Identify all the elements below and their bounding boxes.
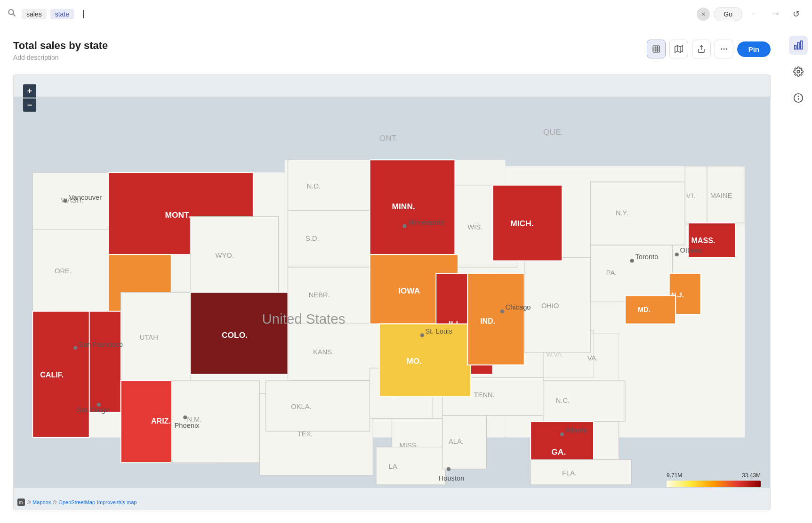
svg-rect-90: [590, 182, 685, 245]
svg-text:NEBR.: NEBR.: [309, 291, 330, 299]
svg-text:San Francisco: San Francisco: [79, 341, 123, 348]
svg-text:GA.: GA.: [551, 447, 566, 457]
svg-text:IND.: IND.: [480, 317, 495, 325]
svg-text:San Diego: San Diego: [77, 406, 109, 414]
tag-sales[interactable]: sales: [22, 9, 47, 19]
more-button[interactable]: [715, 40, 733, 58]
chart-icon[interactable]: [789, 36, 808, 55]
svg-text:WYO.: WYO.: [216, 252, 234, 259]
svg-text:IOWA: IOWA: [398, 286, 420, 295]
svg-text:OKLA.: OKLA.: [291, 403, 311, 410]
svg-text:MO.: MO.: [406, 356, 422, 366]
search-icon: [8, 8, 16, 19]
svg-text:MASS.: MASS.: [691, 236, 716, 245]
svg-point-136: [797, 70, 800, 73]
svg-rect-82: [467, 273, 524, 365]
legend-max: 33.43M: [742, 472, 761, 479]
svg-rect-44: [288, 210, 370, 267]
svg-text:N.C.: N.C.: [556, 397, 570, 404]
main-layout: Total sales by state Add description: [0, 28, 812, 523]
svg-text:VT.: VT.: [686, 192, 695, 199]
map-container[interactable]: + − WASH. ORE.: [13, 74, 771, 510]
refresh-button[interactable]: ↺: [788, 6, 804, 23]
forward-button[interactable]: →: [767, 6, 784, 23]
legend-bar: [667, 481, 761, 487]
svg-point-116: [73, 346, 77, 350]
svg-text:PA.: PA.: [606, 269, 617, 277]
svg-point-128: [560, 433, 564, 436]
us-map-svg: WASH. ORE. MONT. IDAHO NEV. CALIF. UTA: [14, 75, 770, 510]
svg-rect-135: [800, 41, 802, 49]
svg-point-120: [183, 416, 187, 419]
svg-point-0: [8, 9, 14, 15]
svg-text:MICH.: MICH.: [510, 219, 533, 228]
osm-link[interactable]: OpenStreetMap: [58, 499, 95, 505]
top-bar: sales state × Go ← → ↺: [0, 0, 812, 28]
svg-point-112: [500, 310, 504, 313]
svg-rect-42: [288, 160, 370, 210]
svg-point-114: [420, 334, 424, 337]
svg-text:ARIZ.: ARIZ.: [151, 417, 171, 425]
go-button[interactable]: Go: [714, 7, 742, 21]
svg-text:QUE.: QUE.: [543, 127, 563, 137]
svg-rect-134: [797, 43, 799, 49]
svg-text:MAINE: MAINE: [710, 192, 732, 199]
svg-rect-50: [266, 381, 370, 431]
page-description[interactable]: Add description: [13, 54, 108, 61]
svg-point-110: [402, 224, 406, 228]
pin-button[interactable]: Pin: [737, 41, 771, 57]
svg-rect-133: [794, 45, 796, 49]
svg-text:Vancouver: Vancouver: [69, 194, 102, 201]
toolbar: Pin: [647, 40, 771, 58]
svg-marker-7: [675, 46, 683, 53]
svg-text:Chicago: Chicago: [506, 303, 531, 311]
svg-text:ONT.: ONT.: [379, 133, 398, 143]
back-button[interactable]: ←: [746, 6, 763, 23]
table-view-button[interactable]: [647, 40, 666, 58]
svg-text:MINN.: MINN.: [392, 202, 415, 211]
svg-text:Atlanta: Atlanta: [565, 426, 587, 434]
svg-text:VA.: VA.: [587, 354, 598, 362]
svg-text:WIS.: WIS.: [467, 223, 482, 231]
improve-link[interactable]: Improve this map: [97, 499, 137, 505]
svg-text:Ottawa: Ottawa: [680, 246, 702, 254]
svg-text:ALA.: ALA.: [449, 438, 464, 445]
svg-point-122: [630, 259, 634, 263]
map-legend: 9.71M 33.43M: [667, 472, 761, 487]
svg-text:St. Louis: St. Louis: [425, 327, 452, 335]
svg-text:ORE.: ORE.: [55, 267, 72, 275]
svg-rect-2: [653, 46, 659, 52]
info-icon[interactable]: [789, 89, 808, 107]
map-view-button[interactable]: [669, 40, 688, 58]
svg-text:CALIF.: CALIF.: [40, 370, 64, 379]
svg-text:MD.: MD.: [638, 306, 651, 313]
share-button[interactable]: [692, 40, 711, 58]
svg-line-1: [13, 14, 15, 16]
svg-text:TENN.: TENN.: [474, 391, 495, 399]
svg-text:Toronto: Toronto: [635, 253, 658, 261]
zoom-out-button[interactable]: −: [23, 98, 36, 112]
svg-rect-56: [376, 447, 445, 485]
svg-text:KANS.: KANS.: [313, 348, 334, 356]
mapbox-link[interactable]: Mapbox: [32, 499, 51, 505]
svg-text:N.Y.: N.Y.: [616, 209, 628, 217]
search-input[interactable]: [78, 0, 693, 28]
svg-point-126: [447, 467, 450, 471]
svg-point-124: [675, 253, 679, 256]
zoom-in-button[interactable]: +: [23, 84, 36, 98]
svg-text:LA.: LA.: [389, 463, 399, 470]
svg-text:FLA.: FLA.: [562, 469, 577, 477]
clear-button[interactable]: ×: [697, 8, 710, 21]
svg-point-12: [723, 49, 724, 50]
svg-rect-32: [190, 217, 278, 293]
page-header: Total sales by state Add description: [13, 40, 771, 69]
tag-state[interactable]: state: [50, 9, 74, 19]
svg-rect-88: [590, 242, 672, 302]
svg-point-108: [64, 199, 67, 203]
zoom-controls: + −: [23, 84, 36, 112]
map-credit: m © Mapbox © OpenStreetMap Improve this …: [17, 498, 137, 506]
gear-icon[interactable]: [789, 62, 808, 81]
legend-labels: 9.71M 33.43M: [667, 472, 761, 479]
svg-text:S.D.: S.D.: [306, 235, 319, 242]
svg-text:Houston: Houston: [439, 474, 465, 482]
